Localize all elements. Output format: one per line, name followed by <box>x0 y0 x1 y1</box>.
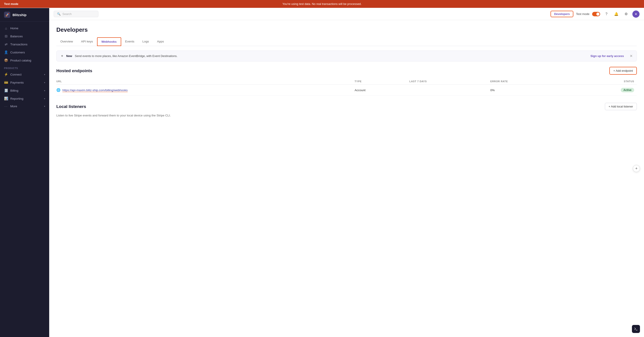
sidebar: 🚀 Blitzship ⌂ Home ⊟ Balances ⇄ Transact… <box>0 8 49 337</box>
main-content: Developers Overview API keys Webhooks Ev… <box>49 20 644 337</box>
local-listeners-description: Listen to live Stripe events and forward… <box>56 114 637 117</box>
tab-apps[interactable]: Apps <box>153 37 168 46</box>
tab-webhooks[interactable]: Webhooks <box>97 37 121 46</box>
endpoints-table: URL TYPE LAST 7 DAYS ERROR RATE STATUS 🌐… <box>56 78 637 96</box>
product-catalog-icon: 📦 <box>4 58 8 62</box>
sidebar-nav: ⌂ Home ⊟ Balances ⇄ Transactions 👤 Custo… <box>0 22 49 113</box>
banner-new-badge: New <box>66 54 72 58</box>
developers-button[interactable]: Developers <box>550 11 573 17</box>
add-endpoint-button[interactable]: + Add endpoint <box>609 67 637 75</box>
col-url: URL <box>56 78 355 85</box>
endpoint-error-rate: 0% <box>490 85 572 96</box>
sidebar-item-label: Connect <box>10 73 22 76</box>
endpoint-type: Account <box>355 85 410 96</box>
endpoint-url-cell: 🌐 https://api-maxim.blitz-ship.com/billi… <box>56 88 352 92</box>
chevron-down-icon: ▾ <box>44 97 45 100</box>
endpoint-link[interactable]: https://api-maxim.blitz-ship.com/billing… <box>62 88 128 92</box>
sidebar-item-more[interactable]: ··· More ▾ <box>0 103 49 110</box>
help-icon[interactable]: ? <box>603 10 610 18</box>
chevron-down-icon: ▾ <box>44 73 45 76</box>
testmode-label: Test mode <box>576 12 590 16</box>
balances-icon: ⊟ <box>4 34 8 38</box>
sidebar-item-label: Balances <box>10 35 23 38</box>
tab-api-keys[interactable]: API keys <box>77 37 97 46</box>
logo-icon: 🚀 <box>4 12 10 18</box>
banner-text: Send events to more places, like Amazon … <box>75 54 178 58</box>
info-banner: ✦ New Send events to more places, like A… <box>56 50 637 61</box>
search-placeholder: Search <box>62 12 72 16</box>
banner-link[interactable]: Sign up for early access <box>590 54 624 58</box>
sidebar-item-label: Payments <box>10 81 24 84</box>
col-status: STATUS <box>572 78 637 85</box>
chevron-down-icon: ▾ <box>44 105 45 107</box>
chevron-down-icon: ▾ <box>44 81 45 84</box>
table-row[interactable]: 🌐 https://api-maxim.blitz-ship.com/billi… <box>56 85 637 96</box>
tabs-bar: Overview API keys Webhooks Events Logs A… <box>56 37 637 46</box>
sidebar-item-label: Reporting <box>10 97 24 100</box>
tab-overview[interactable]: Overview <box>56 37 77 46</box>
chevron-down-icon: ▾ <box>44 89 45 92</box>
close-icon[interactable]: ✕ <box>630 54 632 58</box>
transactions-icon: ⇄ <box>4 42 8 46</box>
home-icon: ⌂ <box>4 26 8 30</box>
sidebar-item-label: More <box>10 105 17 108</box>
sidebar-item-label: Customers <box>10 51 25 54</box>
globe-icon: 🌐 <box>56 88 60 92</box>
page-title: Developers <box>56 26 637 33</box>
add-local-listener-button[interactable]: + Add local listener <box>605 103 637 110</box>
sidebar-item-connect[interactable]: ⚡ Connect ▾ <box>0 70 49 78</box>
sidebar-item-product-catalog[interactable]: 📦 Product catalog <box>0 56 49 64</box>
local-listeners-header: Local listeners + Add local listener <box>56 103 637 110</box>
testmode-toggle[interactable] <box>592 12 600 16</box>
sidebar-item-label: Product catalog <box>10 59 31 62</box>
hosted-endpoints-title: Hosted endpoints <box>56 68 92 73</box>
sidebar-item-label: Transactions <box>10 43 28 46</box>
sidebar-item-transactions[interactable]: ⇄ Transactions <box>0 40 49 48</box>
avatar[interactable]: + <box>632 10 640 18</box>
main-area: 🔍 Search Developers Test mode ? 🔔 ⚙ + De… <box>49 8 644 337</box>
sidebar-item-label: Billing <box>10 89 18 92</box>
sidebar-item-home[interactable]: ⌂ Home <box>0 24 49 32</box>
products-section-label: Products <box>0 64 49 70</box>
endpoint-last7days <box>410 85 490 96</box>
sidebar-item-customers[interactable]: 👤 Customers <box>0 48 49 56</box>
sidebar-logo-text: Blitzship <box>12 13 26 17</box>
test-mode-label: Test mode <box>4 2 18 5</box>
payments-icon: 💳 <box>4 80 8 84</box>
sparkle-icon: ✦ <box>60 54 64 58</box>
local-listeners-title: Local listeners <box>56 104 86 109</box>
tab-events[interactable]: Events <box>121 37 138 46</box>
col-type: TYPE <box>355 78 410 85</box>
test-banner: Test mode You're using test data. No rea… <box>0 0 644 8</box>
status-badge: Active <box>621 88 634 92</box>
col-error-rate: ERROR RATE <box>490 78 572 85</box>
settings-icon[interactable]: ⚙ <box>622 10 630 18</box>
tab-logs[interactable]: Logs <box>138 37 153 46</box>
test-banner-message: You're using test data. No real transact… <box>282 2 362 5</box>
sidebar-item-reporting[interactable]: 📊 Reporting ▾ <box>0 94 49 103</box>
search-box[interactable]: 🔍 Search <box>54 11 98 17</box>
sidebar-item-billing[interactable]: 🧾 Billing ▾ <box>0 86 49 94</box>
billing-icon: 🧾 <box>4 88 8 92</box>
terminal-button[interactable] <box>632 325 640 333</box>
sidebar-logo[interactable]: 🚀 Blitzship <box>0 8 49 22</box>
connect-icon: ⚡ <box>4 72 8 76</box>
search-icon: 🔍 <box>57 12 60 16</box>
hosted-endpoints-header: Hosted endpoints + Add endpoint <box>56 67 637 75</box>
notification-icon[interactable]: 🔔 <box>613 10 620 18</box>
col-last7days: LAST 7 DAYS <box>410 78 490 85</box>
sidebar-item-balances[interactable]: ⊟ Balances <box>0 32 49 40</box>
header-right: Developers Test mode ? 🔔 ⚙ + <box>550 10 640 18</box>
customers-icon: 👤 <box>4 50 8 54</box>
sidebar-item-label: Home <box>10 26 18 30</box>
reporting-icon: 📊 <box>4 96 8 101</box>
fab-button[interactable]: + <box>633 165 640 172</box>
sidebar-item-payments[interactable]: 💳 Payments ▾ <box>0 78 49 86</box>
more-icon: ··· <box>4 105 8 108</box>
top-header: 🔍 Search Developers Test mode ? 🔔 ⚙ + <box>49 8 644 20</box>
